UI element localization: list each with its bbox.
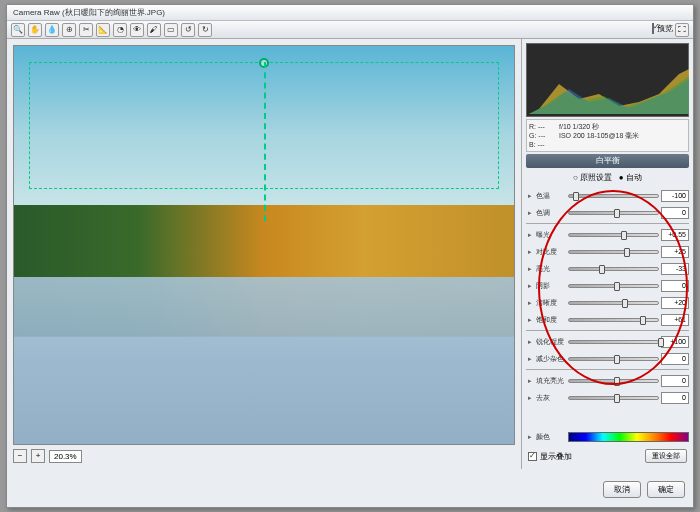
slider-value[interactable]: 0 (661, 375, 689, 387)
slider-row: ▸阴影0 (526, 277, 689, 294)
slider-value[interactable]: +20 (661, 297, 689, 309)
info-b: B: --- (529, 140, 559, 149)
wb-mode-row: ○ 原照设置 ● 自动 (526, 170, 689, 185)
slider-track[interactable] (568, 301, 659, 305)
slider-track[interactable] (568, 284, 659, 288)
expand-icon[interactable]: ▸ (526, 433, 534, 441)
slider-thumb[interactable] (614, 377, 620, 386)
slider-value[interactable]: -33 (661, 263, 689, 275)
zoom-tool-icon[interactable]: 🔍 (11, 23, 25, 37)
cancel-button[interactable]: 取消 (603, 481, 641, 498)
expand-icon[interactable]: ▸ (526, 209, 534, 217)
brush-icon[interactable]: 🖌 (147, 23, 161, 37)
rotate-ccw-icon[interactable]: ↺ (181, 23, 195, 37)
slider-value[interactable]: +25 (661, 246, 689, 258)
show-overlay-checkbox[interactable] (528, 452, 537, 461)
slider-thumb[interactable] (622, 299, 628, 308)
info-g: G: --- (529, 131, 559, 140)
slider-row: ▸减少杂色0 (526, 350, 689, 367)
slider-thumb[interactable] (614, 209, 620, 218)
slider-value[interactable]: +100 (661, 336, 689, 348)
zoom-out-button[interactable]: − (13, 449, 27, 463)
slider-value[interactable]: 0 (661, 207, 689, 219)
slider-thumb[interactable] (658, 338, 664, 347)
slider-track[interactable] (568, 379, 659, 383)
reset-all-button[interactable]: 重设全部 (645, 449, 687, 463)
expand-icon[interactable]: ▸ (526, 282, 534, 290)
slider-row: ▸色温-100 (526, 187, 689, 204)
slider-label: 高光 (536, 264, 566, 274)
straighten-line[interactable] (264, 62, 266, 221)
info-iso: ISO 200 18-105@18 毫米 (559, 131, 639, 140)
spot-icon[interactable]: ◔ (113, 23, 127, 37)
preview-checkbox[interactable] (652, 23, 654, 34)
slider-value[interactable]: 0 (661, 392, 689, 404)
preview-area: − + 20.3% (7, 39, 521, 469)
expand-icon[interactable]: ▸ (526, 355, 534, 363)
divider (526, 223, 689, 224)
slider-thumb[interactable] (573, 192, 579, 201)
radio-auto[interactable]: 自动 (626, 173, 642, 182)
slider-value[interactable]: +0.55 (661, 229, 689, 241)
target-icon[interactable]: ⊕ (62, 23, 76, 37)
expand-icon[interactable]: ▸ (526, 299, 534, 307)
slider-label: 锐化程度 (536, 337, 566, 347)
slider-track[interactable] (568, 250, 659, 254)
water-region (14, 277, 514, 444)
color-strip[interactable] (568, 432, 689, 442)
toolbar: 🔍 ✋ 💧 ⊕ ✂ 📐 ◔ 👁 🖌 ▭ ↺ ↻ 预览 ⛶ (7, 21, 693, 39)
slider-label: 阴影 (536, 281, 566, 291)
expand-icon[interactable]: ▸ (526, 394, 534, 402)
image-preview[interactable] (13, 45, 515, 445)
rotate-cw-icon[interactable]: ↻ (198, 23, 212, 37)
zoom-value[interactable]: 20.3% (49, 450, 82, 463)
slider-label: 对比度 (536, 247, 566, 257)
slider-thumb[interactable] (614, 282, 620, 291)
slider-value[interactable]: 0 (661, 353, 689, 365)
slider-track[interactable] (568, 211, 659, 215)
expand-icon[interactable]: ▸ (526, 338, 534, 346)
slider-thumb[interactable] (614, 355, 620, 364)
slider-thumb[interactable] (624, 248, 630, 257)
redeye-icon[interactable]: 👁 (130, 23, 144, 37)
slider-thumb[interactable] (621, 231, 627, 240)
sliders-container: ▸色温-100▸色调0▸曝光+0.55▸对比度+25▸高光-33▸阴影0▸清晰度… (526, 187, 689, 426)
histogram[interactable] (526, 43, 689, 117)
panel-header: 白平衡 (526, 154, 689, 168)
crop-tool-icon[interactable]: ✂ (79, 23, 93, 37)
slider-track[interactable] (568, 340, 659, 344)
slider-thumb[interactable] (599, 265, 605, 274)
slider-thumb[interactable] (614, 394, 620, 403)
slider-row: ▸曝光+0.55 (526, 226, 689, 243)
expand-icon[interactable]: ▸ (526, 231, 534, 239)
slider-track[interactable] (568, 357, 659, 361)
ok-button[interactable]: 确定 (647, 481, 685, 498)
fullscreen-icon[interactable]: ⛶ (675, 23, 689, 37)
slider-track[interactable] (568, 194, 659, 198)
straighten-icon[interactable]: 📐 (96, 23, 110, 37)
expand-icon[interactable]: ▸ (526, 316, 534, 324)
gradient-icon[interactable]: ▭ (164, 23, 178, 37)
slider-value[interactable]: +61 (661, 314, 689, 326)
expand-icon[interactable]: ▸ (526, 192, 534, 200)
slider-row: ▸填充亮光0 (526, 372, 689, 389)
slider-track[interactable] (568, 233, 659, 237)
zoom-in-button[interactable]: + (31, 449, 45, 463)
hand-tool-icon[interactable]: ✋ (28, 23, 42, 37)
slider-label: 饱和度 (536, 315, 566, 325)
slider-row: ▸饱和度+61 (526, 311, 689, 328)
expand-icon[interactable]: ▸ (526, 265, 534, 273)
eyedropper-icon[interactable]: 💧 (45, 23, 59, 37)
slider-track[interactable] (568, 318, 659, 322)
slider-value[interactable]: 0 (661, 280, 689, 292)
slider-label: 减少杂色 (536, 354, 566, 364)
slider-track[interactable] (568, 396, 659, 400)
expand-icon[interactable]: ▸ (526, 248, 534, 256)
preview-checkbox-label[interactable]: 预览 (652, 23, 673, 37)
expand-icon[interactable]: ▸ (526, 377, 534, 385)
slider-value[interactable]: -100 (661, 190, 689, 202)
slider-track[interactable] (568, 267, 659, 271)
divider (526, 330, 689, 331)
slider-thumb[interactable] (640, 316, 646, 325)
radio-original[interactable]: 原照设置 (580, 173, 612, 182)
